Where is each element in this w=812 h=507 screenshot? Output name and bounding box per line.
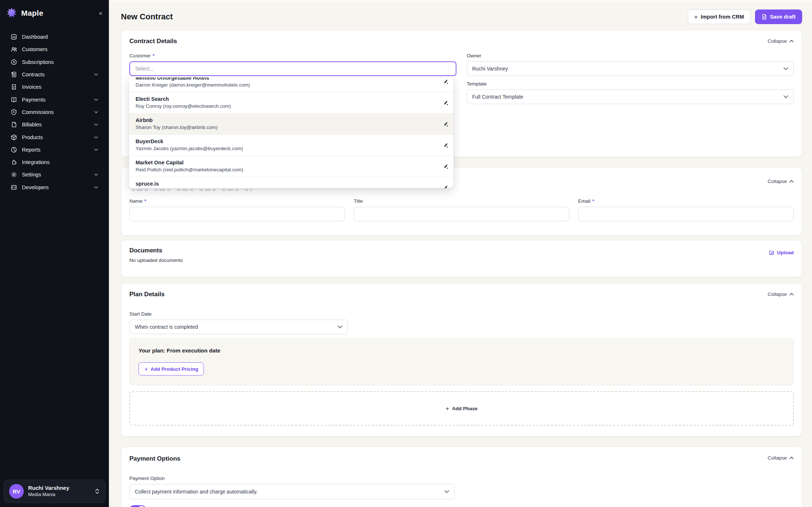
add-phase-button[interactable]: + Add Phase [129,391,794,426]
name-field[interactable] [129,207,345,221]
import-button-label: Import from CRM [701,14,744,20]
chevron-down-icon [94,136,98,138]
dropdown-option[interactable]: Electi Search Roy Conroy (roy.conroy@ele… [129,92,454,113]
sidebar-item-integrations[interactable]: Integrations [11,156,98,168]
upload-button[interactable]: Upload [769,250,794,255]
sidebar-item-billables[interactable]: Billables [11,118,98,131]
chevron-up-icon [789,180,794,183]
quill-icon [443,185,448,188]
customer-select-input[interactable]: Select... [129,61,456,76]
page-header: New Contract + Import from CRM Save draf… [109,0,812,24]
start-date-label: Start Date [129,311,152,317]
start-date-value: When contract is completed [135,324,198,330]
dropdown-option[interactable]: Market One Capital Reid Pollich (reid.po… [129,156,454,177]
dashboard-icon [11,34,17,40]
required-mark: * [592,198,594,204]
chevron-down-icon [94,111,98,113]
sidebar-item-settings[interactable]: Settings [11,168,98,181]
template-select[interactable]: Full Contract Template [467,89,794,104]
option-contact: Darron Kreiger (darron.kreiger@memmohote… [136,82,437,88]
sidebar-nav: Dashboard Customers S Subscriptions [0,31,109,194]
section-title: Plan Details [129,291,794,298]
option-company: spruce.is [136,180,437,187]
chevron-down-icon [444,490,449,493]
section-title: Payment Options [129,455,794,462]
main-content: New Contract + Import from CRM Save draf… [109,0,812,507]
sidebar-item-label: Dashboard [22,34,48,40]
sidebar-item-label: Customers [22,46,48,52]
chevron-down-icon [94,123,98,126]
documents-card: Documents No uploaded documents Upload [121,240,802,277]
email-label: Email [578,198,591,204]
sidebar-item-subscriptions[interactable]: S Subscriptions [11,56,98,68]
commissions-icon: S [11,109,17,115]
option-contact: Sharon Toy (sharon.toy@airbnb.com) [136,125,437,131]
sidebar-item-label: Invoices [22,84,41,90]
user-profile-card[interactable]: RV Ruchi Varshney Media Mania [4,480,105,503]
collapse-signers[interactable]: Collapse [767,179,794,184]
sidebar-item-invoices[interactable]: Invoices [11,81,98,93]
quill-icon [443,79,448,84]
collapse-plan-details[interactable]: Collapse [767,291,794,297]
chevron-up-icon [789,457,794,459]
save-draft-button[interactable]: Save draft [755,9,802,24]
save-button-label: Save draft [770,14,796,20]
owner-select[interactable]: Ruchi Varshney [467,61,794,76]
dropdown-option[interactable]: Airbnb Sharon Toy (sharon.toy@airbnb.com… [129,113,454,134]
developers-icon [11,184,17,191]
sidebar-collapse-icon[interactable]: « [99,10,102,16]
sidebar-item-reports[interactable]: Reports [11,144,98,156]
payments-icon [11,96,17,103]
collapse-payment-options[interactable]: Collapse [767,455,794,461]
chevron-down-icon [783,95,788,98]
option-contact: Reid Pollich (reid.pollich@marketonecapi… [136,167,437,173]
owner-label: Owner [467,53,481,58]
chevron-up-icon [789,293,794,296]
collapse-contract-details[interactable]: Collapse [767,38,794,44]
sidebar-item-payments[interactable]: Payments [11,93,98,106]
sidebar-item-label: Settings [22,172,41,178]
quill-icon [443,164,448,169]
chevron-down-icon [94,174,98,176]
sidebar-item-products[interactable]: Products [11,131,98,143]
section-title: Documents [129,247,794,254]
svg-text:S: S [13,60,15,64]
quill-icon [443,143,448,148]
require-payment-method-toggle[interactable] [129,505,146,507]
sidebar-item-developers[interactable]: Developers [11,181,98,194]
sidebar-item-label: Contracts [22,72,45,77]
add-phase-label: Add Phase [452,406,478,411]
chevron-down-icon [338,325,342,328]
sidebar: Maple « Dashboard Customers [0,0,109,507]
payment-options-card: Payment Options Collapse Payment Option … [121,447,802,507]
title-field[interactable] [354,207,569,221]
plus-icon: + [144,366,148,372]
import-from-crm-button[interactable]: + Import from CRM [688,9,751,24]
name-label: Name [129,198,143,204]
chevron-updown-icon [95,488,100,494]
dropdown-option[interactable]: BuyerDeck Yazmin Jacobs (yazmin.jacobs@b… [129,134,454,156]
dropdown-option[interactable]: spruce.is Cara Kshlerin (cara.kshlerin@s… [129,177,454,188]
payment-option-select[interactable]: Collect payment information and charge a… [129,484,455,499]
section-title: Contract Details [129,38,794,45]
products-icon [11,134,17,141]
sidebar-item-dashboard[interactable]: Dashboard [11,31,98,43]
start-date-select[interactable]: When contract is completed [129,320,348,334]
upload-label: Upload [777,250,794,255]
plus-icon: + [694,14,698,20]
quill-icon [443,122,448,126]
sidebar-item-contracts[interactable]: Contracts [11,68,98,81]
title-label: Title [354,198,363,204]
invoices-icon [11,84,17,90]
dropdown-option[interactable]: Memmo Unforgettable Hotels Darron Kreige… [129,77,454,92]
chevron-down-icon [94,186,98,188]
option-company: BuyerDeck [136,138,437,145]
sidebar-item-customers[interactable]: Customers [11,43,98,56]
sidebar-item-commissions[interactable]: S Commissions [11,106,98,118]
chevron-down-icon [94,99,98,101]
sidebar-item-label: Integrations [22,159,50,165]
email-field[interactable] [578,207,794,221]
add-product-pricing-button[interactable]: + Add Product Pricing [139,362,204,376]
option-company: Electi Search [136,96,437,102]
option-company: Market One Capital [136,159,437,166]
